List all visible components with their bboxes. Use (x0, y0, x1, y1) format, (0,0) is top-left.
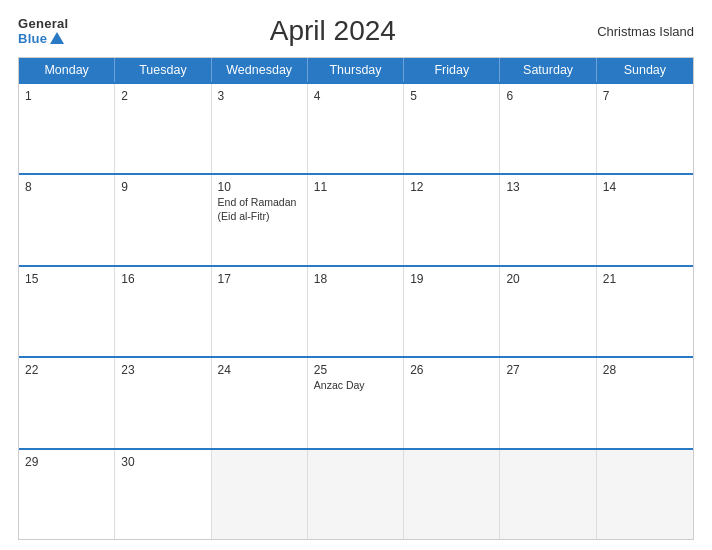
day-cell-24: 24 (212, 358, 308, 447)
day-cell-7: 7 (597, 84, 693, 173)
day-cell-19: 19 (404, 267, 500, 356)
day-cell-4: 4 (308, 84, 404, 173)
day-cell-3: 3 (212, 84, 308, 173)
header-saturday: Saturday (500, 58, 596, 82)
day-cell-30: 30 (115, 450, 211, 539)
week-row-4: 22 23 24 25 Anzac Day 26 27 28 (19, 356, 693, 447)
day-cell-empty-2 (308, 450, 404, 539)
location-label: Christmas Island (597, 24, 694, 39)
week-row-3: 15 16 17 18 19 20 21 (19, 265, 693, 356)
header-sunday: Sunday (597, 58, 693, 82)
day-cell-25: 25 Anzac Day (308, 358, 404, 447)
logo-general-text: General (18, 16, 69, 31)
day-cell-empty-3 (404, 450, 500, 539)
day-cell-14: 14 (597, 175, 693, 264)
day-cell-11: 11 (308, 175, 404, 264)
logo-triangle-icon (50, 32, 64, 44)
event-eid: End of Ramadan (Eid al-Fitr) (218, 196, 297, 222)
day-cell-10: 10 End of Ramadan (Eid al-Fitr) (212, 175, 308, 264)
header-tuesday: Tuesday (115, 58, 211, 82)
page-header: General Blue April 2024 Christmas Island (18, 15, 694, 47)
header-wednesday: Wednesday (212, 58, 308, 82)
week-row-2: 8 9 10 End of Ramadan (Eid al-Fitr) 11 1… (19, 173, 693, 264)
day-cell-22: 22 (19, 358, 115, 447)
week-row-5: 29 30 (19, 448, 693, 539)
logo-blue-text: Blue (18, 31, 64, 46)
day-cell-23: 23 (115, 358, 211, 447)
day-cell-13: 13 (500, 175, 596, 264)
calendar-body: 1 2 3 4 5 6 7 8 9 10 End of Ramadan (Eid… (19, 82, 693, 539)
day-cell-2: 2 (115, 84, 211, 173)
day-cell-17: 17 (212, 267, 308, 356)
day-cell-27: 27 (500, 358, 596, 447)
day-cell-15: 15 (19, 267, 115, 356)
header-monday: Monday (19, 58, 115, 82)
day-cell-26: 26 (404, 358, 500, 447)
header-thursday: Thursday (308, 58, 404, 82)
day-cell-empty-4 (500, 450, 596, 539)
day-cell-29: 29 (19, 450, 115, 539)
logo: General Blue (18, 16, 69, 46)
week-row-1: 1 2 3 4 5 6 7 (19, 82, 693, 173)
day-cell-20: 20 (500, 267, 596, 356)
calendar-grid: Monday Tuesday Wednesday Thursday Friday… (18, 57, 694, 540)
day-cell-8: 8 (19, 175, 115, 264)
calendar-header: Monday Tuesday Wednesday Thursday Friday… (19, 58, 693, 82)
day-cell-5: 5 (404, 84, 500, 173)
page-title: April 2024 (270, 15, 396, 47)
header-friday: Friday (404, 58, 500, 82)
day-cell-6: 6 (500, 84, 596, 173)
day-cell-empty-5 (597, 450, 693, 539)
day-cell-9: 9 (115, 175, 211, 264)
event-anzac: Anzac Day (314, 379, 365, 391)
day-cell-18: 18 (308, 267, 404, 356)
day-cell-1: 1 (19, 84, 115, 173)
day-cell-empty-1 (212, 450, 308, 539)
day-cell-28: 28 (597, 358, 693, 447)
calendar-page: General Blue April 2024 Christmas Island… (0, 0, 712, 550)
day-cell-12: 12 (404, 175, 500, 264)
day-cell-21: 21 (597, 267, 693, 356)
day-cell-16: 16 (115, 267, 211, 356)
